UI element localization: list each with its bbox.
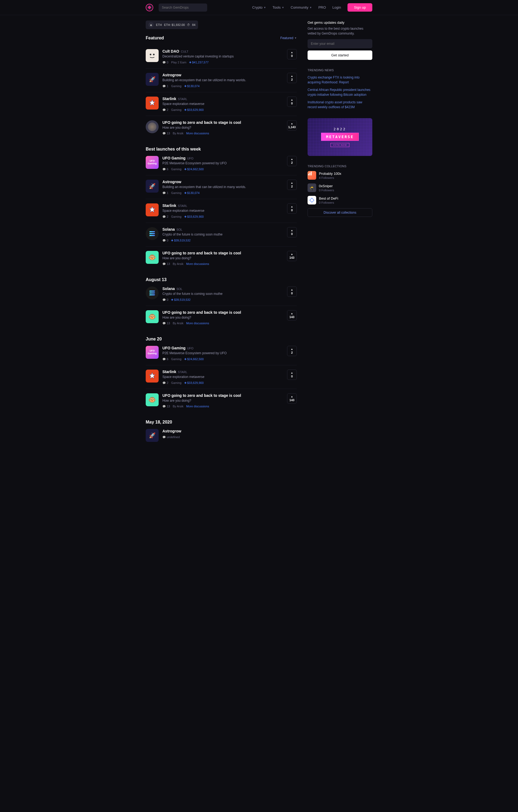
promo-banner[interactable]: 2022 METAVERSE VOTE NOW	[308, 118, 372, 156]
upvote-button[interactable]: ▲ 2	[287, 73, 297, 83]
eth-badge[interactable]: ◆ ETH ETH: $1,932.00 ⏱ 84	[146, 21, 198, 29]
upvote-button[interactable]: ▲ 1,143	[287, 120, 297, 130]
card-name: Astrogrow	[163, 73, 181, 77]
upvote-button[interactable]: ▲ 0	[287, 203, 297, 214]
launch-card[interactable]: Solana SOL Crypto of the future is comin…	[146, 223, 297, 246]
launch-card[interactable]: 🐵 UFO going to zero and back to stage is…	[146, 389, 297, 412]
card-name: UFO Gaming	[163, 156, 185, 160]
nav-crypto[interactable]: Crypto▼	[252, 5, 266, 9]
launch-card[interactable]: Starlink STARL Space exploration metaver…	[146, 92, 297, 116]
category-tag[interactable]: Gaming	[171, 191, 181, 195]
launch-card[interactable]: Starlink STARL Space exploration metaver…	[146, 365, 297, 389]
comment-count: 6	[163, 168, 168, 171]
author[interactable]: By Arsik	[173, 405, 183, 408]
card-name: Solana	[163, 227, 175, 231]
starlink-icon	[146, 96, 159, 110]
market-cap: $24,662,500	[184, 167, 204, 171]
collection-followers: 0 Followers	[319, 201, 338, 204]
upvote-button[interactable]: ▲ 0	[287, 96, 297, 107]
collection-item[interactable]: Probably 100x 4 Followers	[308, 171, 372, 180]
upvote-button[interactable]: ▲ 0	[287, 49, 297, 59]
upvote-button[interactable]: ▲ 0	[287, 370, 297, 380]
vote-count: 0	[291, 292, 293, 295]
more-discussions[interactable]: More discussions	[186, 405, 209, 408]
up-arrow-icon: ▲	[291, 122, 293, 125]
category-tag[interactable]: Gaming	[171, 168, 181, 171]
launch-card[interactable]: UFO going to zero and back to stage is c…	[146, 116, 297, 139]
category-tag[interactable]: Gaming	[171, 357, 181, 361]
category-tag[interactable]: Gaming	[171, 215, 181, 218]
market-cap: $33,629,900	[184, 381, 204, 384]
solana-icon	[146, 287, 159, 299]
nav-pro[interactable]: PRO	[318, 5, 326, 9]
get-started-button[interactable]: Get started	[308, 51, 372, 60]
author[interactable]: By Arsik	[173, 262, 183, 265]
card-ticker: STARL	[178, 370, 187, 374]
vote-count: 2	[291, 161, 293, 164]
launch-card[interactable]: UFOGaming UFO Gaming UFO P2E Metaverse E…	[146, 152, 297, 175]
vote-count: 1,143	[288, 125, 296, 129]
category-tag[interactable]: Gaming	[171, 84, 181, 88]
signup-button[interactable]: Sign up	[347, 3, 372, 11]
upvote-button[interactable]: ▲ 143	[287, 251, 297, 261]
card-description: Space exploration metaverse	[163, 209, 283, 212]
market-cap: $33,629,900	[184, 108, 204, 111]
vote-count: 2	[291, 351, 293, 354]
card-name: Solana	[163, 287, 175, 291]
logo[interactable]	[146, 4, 153, 11]
upvote-button[interactable]: ▲ 2	[287, 156, 297, 166]
launch-card[interactable]: Solana SOL Crypto of the future is comin…	[146, 282, 297, 306]
svg-point-0	[150, 54, 151, 55]
collection-name: Best of DeFi	[319, 196, 338, 200]
launch-card[interactable]: 🐵 UFO going to zero and back to stage is…	[146, 306, 297, 329]
card-description: P2E Metaverse Ecosystem powered by UFO	[163, 161, 283, 165]
author[interactable]: By Arsik	[173, 132, 183, 135]
news-item[interactable]: Central African Republic president launc…	[308, 87, 372, 97]
collection-item[interactable]: 🥷 0xSniper 0 Followers	[308, 183, 372, 192]
category-tag[interactable]: Gaming	[171, 381, 181, 384]
featured-dropdown[interactable]: Featured▼	[280, 36, 297, 40]
nav-login[interactable]: Login	[333, 5, 341, 9]
news-item[interactable]: Crypto exchange FTX is looking into acqu…	[308, 75, 372, 85]
upvote-button[interactable]: ▲ 2	[287, 346, 297, 356]
svg-marker-8	[310, 198, 314, 202]
comment-count: 1	[163, 191, 168, 195]
category-tag[interactable]: Gaming	[171, 108, 181, 111]
launch-card[interactable]: 🐵 UFO going to zero and back to stage is…	[146, 246, 297, 270]
more-discussions[interactable]: More discussions	[186, 132, 209, 135]
more-discussions[interactable]: More discussions	[186, 322, 209, 325]
upvote-button[interactable]: ▲ 0	[287, 227, 297, 237]
category-tag[interactable]: Play 2 Earn	[171, 61, 186, 64]
upvote-button[interactable]: ▲ 0	[287, 287, 297, 297]
more-discussions[interactable]: More discussions	[186, 262, 209, 265]
comment-count: 13	[163, 262, 170, 265]
launch-card[interactable]: 🚀 Astrogrow Building an ecosystem that c…	[146, 68, 297, 92]
launch-card[interactable]: UFOGaming UFO Gaming UFO P2E Metaverse E…	[146, 342, 297, 365]
card-name: Starlink	[163, 203, 176, 208]
author[interactable]: By Arsik	[173, 322, 183, 325]
nav-tools[interactable]: Tools▼	[272, 5, 284, 9]
collection-item[interactable]: Best of DeFi 0 Followers	[308, 196, 372, 204]
header: Crypto▼ Tools▼ Community▼ PRO Login Sign…	[0, 0, 518, 15]
jun20-title: June 20	[146, 337, 297, 342]
email-input[interactable]	[308, 39, 372, 48]
discover-button[interactable]: Discover all collections	[308, 208, 372, 217]
solana-icon	[146, 227, 159, 240]
launch-card[interactable]: Cult DAO CULT Decentralized venture capi…	[146, 45, 297, 68]
launch-card[interactable]: Starlink STARL Space exploration metaver…	[146, 199, 297, 223]
launch-card[interactable]: 🚀 Astrogrow undefined	[146, 425, 297, 446]
nav-community[interactable]: Community▼	[291, 5, 312, 9]
upvote-button[interactable]: ▲ 143	[287, 310, 297, 320]
astro-icon: 🚀	[146, 429, 159, 442]
news-item[interactable]: Institutional crypto asset products saw …	[308, 100, 372, 110]
ufo-disc-icon	[146, 120, 159, 133]
vote-count: 143	[289, 256, 294, 259]
trending-collections-title: TRENDING COLLECTIONS	[308, 165, 372, 168]
search-input[interactable]	[159, 3, 207, 11]
upvote-button[interactable]: ▲ 2	[287, 180, 297, 190]
upvote-button[interactable]: ▲ 143	[287, 393, 297, 404]
launch-card[interactable]: 🚀 Astrogrow Building an ecosystem that c…	[146, 175, 297, 199]
best-title: Best launches of this week	[146, 147, 297, 152]
up-arrow-icon: ▲	[291, 75, 293, 78]
vote-count: 0	[291, 208, 293, 212]
